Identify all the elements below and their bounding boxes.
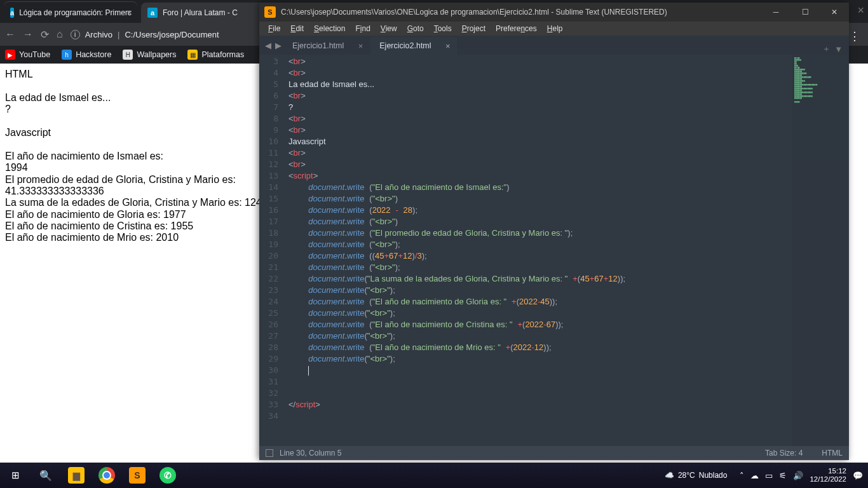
window-title: C:\Users\josep\Documents\Varios\ONE\Logi… (281, 8, 761, 17)
new-tab-icon[interactable]: ＋ (822, 43, 831, 55)
forward-button[interactable]: → (23, 29, 33, 40)
clock-time: 15:12 (810, 467, 846, 475)
weather-icon: ☁️ (665, 471, 674, 480)
tab-size[interactable]: Tab Size: 4 (765, 449, 803, 458)
editor-body: 3 4 5 6 7 8 9 10 11 12 13 14 15 16 17 18… (259, 55, 849, 446)
wifi-icon[interactable]: ⚟ (779, 471, 787, 480)
minimize-button[interactable]: ─ (761, 3, 790, 22)
chrome-button[interactable] (92, 463, 122, 488)
chevron-up-icon[interactable]: ˄ (740, 471, 744, 480)
explorer-button[interactable]: ▆ (61, 463, 92, 488)
chrome-tab-title: Foro | Alura Latam - C (163, 8, 238, 17)
chrome-tab-title: Lógica de programación: Primerc (19, 8, 132, 17)
menu-selection[interactable]: Selection (309, 24, 350, 33)
menu-view[interactable]: View (376, 24, 402, 33)
bookmark-hackstore[interactable]: hHackstore (62, 50, 111, 60)
panel-toggle-icon[interactable] (266, 449, 273, 457)
close-icon[interactable]: × (358, 41, 363, 51)
menu-project[interactable]: Project (457, 24, 491, 33)
whatsapp-button[interactable]: ✆ (153, 463, 183, 488)
text-cursor (308, 366, 309, 376)
battery-icon[interactable]: ▭ (765, 471, 773, 480)
sublime-window: S C:\Users\josep\Documents\Varios\ONE\Lo… (259, 3, 849, 460)
menu-preferences[interactable]: Preferences (491, 24, 542, 33)
tab-label: Ejercicio2.html (379, 41, 431, 50)
reload-button[interactable]: ⟳ (41, 29, 49, 41)
back-button[interactable]: ← (5, 29, 15, 40)
info-icon[interactable]: i (71, 30, 80, 39)
wallpapers-icon: H (123, 50, 133, 60)
maximize-button[interactable]: ☐ (790, 3, 820, 22)
notifications-icon[interactable]: 💬 (853, 471, 863, 480)
bookmark-wallpapers[interactable]: HWallpapers (123, 50, 176, 60)
favicon-icon: a (147, 8, 158, 18)
menu-goto[interactable]: Goto (402, 24, 429, 33)
search-button[interactable]: 🔍 (31, 463, 61, 488)
editor-tab-ejercicio1[interactable]: Ejercicio1.html × (283, 37, 369, 55)
os-close-icon[interactable]: × (857, 4, 864, 17)
folder-icon: ▦ (187, 50, 198, 60)
close-icon[interactable]: × (445, 41, 451, 51)
status-bar: Line 30, Column 5 Tab Size: 4 HTML (259, 446, 849, 460)
sublime-titlebar[interactable]: S C:\Users\josep\Documents\Varios\ONE\Lo… (259, 3, 849, 22)
cursor-position: Line 30, Column 5 (280, 449, 341, 458)
menu-file[interactable]: File (263, 24, 285, 33)
bookmark-plataformas[interactable]: ▦Plataformas (187, 50, 244, 60)
menu-find[interactable]: Find (350, 24, 375, 33)
tab-next-icon[interactable]: ▶ (273, 41, 283, 50)
clock-date: 12/12/2022 (810, 475, 846, 484)
chrome-menu-icon[interactable]: ⋮ (849, 29, 860, 43)
syntax-mode[interactable]: HTML (822, 449, 843, 458)
menu-tools[interactable]: Tools (429, 24, 457, 33)
hackstore-icon: h (62, 50, 72, 60)
weather-widget[interactable]: ☁️ 28°C Nublado (665, 471, 728, 480)
sublime-button[interactable]: S (122, 463, 153, 488)
windows-taskbar: ⊞ 🔍 ▆ S ✆ ☁️ 28°C Nublado ˄ ☁ ▭ ⚟ 🔊 15:1… (0, 463, 868, 488)
editor-tab-ejercicio2[interactable]: Ejercicio2.html × (370, 37, 456, 55)
chrome-tab-1[interactable]: a Lógica de programación: Primerc × (4, 1, 137, 23)
address-bar[interactable]: i Archivo | C:/Users/josep/Document (71, 30, 219, 39)
tab-menu-icon[interactable]: ▼ (834, 44, 843, 54)
chrome-tab-2[interactable]: a Foro | Alura Latam - C × (141, 3, 275, 23)
home-button[interactable]: ⌂ (57, 29, 63, 40)
bookmark-youtube[interactable]: ▶YouTube (5, 50, 50, 60)
menu-edit[interactable]: Edit (285, 24, 309, 33)
minimap[interactable]: ███ ███ █████████ ███ ███ █████ ███ ███ … (792, 55, 849, 446)
favicon-icon: a (10, 8, 14, 18)
clock[interactable]: 15:12 12/12/2022 (810, 467, 846, 484)
sublime-logo-icon: S (264, 6, 276, 18)
editor-tab-bar: ◀ ▶ Ejercicio1.html × Ejercicio2.html × … (259, 36, 849, 55)
start-button[interactable]: ⊞ (0, 463, 31, 488)
close-button[interactable]: ✕ (820, 3, 849, 22)
close-icon[interactable]: × (127, 8, 132, 18)
youtube-icon: ▶ (5, 50, 15, 60)
line-gutter: 3 4 5 6 7 8 9 10 11 12 13 14 15 16 17 18… (259, 55, 285, 446)
onedrive-icon[interactable]: ☁ (750, 471, 759, 480)
weather-cond: Nublado (699, 471, 728, 480)
address-label: Archivo (85, 30, 112, 39)
volume-icon[interactable]: 🔊 (793, 471, 803, 480)
tab-label: Ejercicio1.html (292, 41, 344, 50)
menu-bar: File Edit Selection Find View Goto Tools… (259, 22, 849, 36)
code-area[interactable]: <br> <br> La edad de Ismael es... <br> ?… (285, 55, 849, 446)
menu-help[interactable]: Help (542, 24, 568, 33)
address-path: C:/Users/josep/Document (125, 30, 219, 39)
tab-prev-icon[interactable]: ◀ (263, 41, 273, 50)
system-tray: ☁️ 28°C Nublado ˄ ☁ ▭ ⚟ 🔊 15:12 12/12/20… (665, 467, 868, 484)
weather-temp: 28°C (678, 471, 695, 480)
